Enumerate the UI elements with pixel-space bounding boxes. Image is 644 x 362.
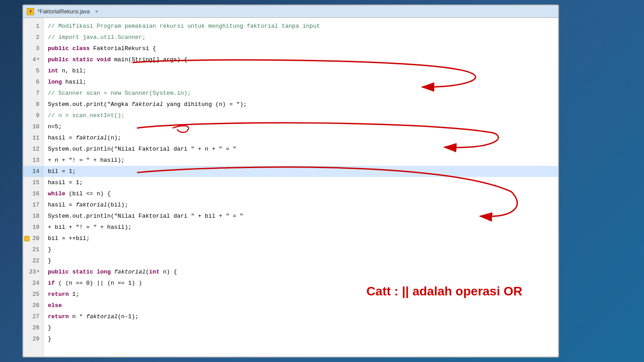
code-line-6: long hasil;	[43, 76, 558, 88]
code-line-19: + bil + "! = " + hasil);	[43, 222, 558, 233]
code-area: 1234▼567891011121314151617181920212223▼2…	[23, 18, 558, 357]
code-line-13: + n + "! = " + hasil);	[43, 155, 558, 166]
code-line-10: n=5;	[43, 121, 558, 132]
code-line-23: public static long faktorial(int n) {	[43, 266, 558, 278]
line-number-13: 13	[23, 155, 43, 166]
file-icon: J	[27, 8, 34, 15]
line-number-2: 2	[23, 32, 43, 43]
line-number-5: 5	[23, 65, 43, 76]
line-number-23: 23▼	[23, 266, 43, 278]
code-line-28: }	[43, 322, 558, 333]
code-line-24: if ( (n == 0) || (n == 1) )	[43, 278, 558, 289]
line-number-25: 25	[23, 289, 43, 300]
code-line-5: int n, bil;	[43, 65, 558, 76]
code-line-16: while (bil <= n) {	[43, 188, 558, 199]
code-line-26: else	[43, 300, 558, 311]
line-number-15: 15	[23, 177, 43, 188]
line-number-3: 3	[23, 43, 43, 54]
close-button[interactable]: ✕	[95, 8, 98, 14]
line-number-6: 6	[23, 76, 43, 88]
code-line-15: hasil = 1;	[43, 177, 558, 188]
line-number-22: 22	[23, 255, 43, 266]
code-content: // Modifikasi Program pemakaian rekursi …	[43, 18, 558, 357]
line-number-26: 26	[23, 300, 43, 311]
code-line-22: }	[43, 255, 558, 266]
line-number-4: 4▼	[23, 54, 43, 65]
line-number-12: 12	[23, 143, 43, 155]
code-line-25: return 1;	[43, 289, 558, 300]
code-line-4: public static void main(String[] args) {	[43, 54, 558, 65]
code-line-27: return n * faktorial(n-1);	[43, 311, 558, 322]
line-number-29: 29	[23, 333, 43, 345]
code-line-18: System.out.println("Nilai Faktorial dari…	[43, 210, 558, 222]
line-numbers: 1234▼567891011121314151617181920212223▼2…	[23, 18, 43, 357]
code-line-20: bil = ++bil;	[43, 233, 558, 244]
line-number-14: 14	[23, 166, 43, 177]
code-line-17: hasil = faktorial(bil);	[43, 199, 558, 210]
line-number-24: 24	[23, 278, 43, 289]
line-number-11: 11	[23, 132, 43, 143]
line-number-16: 16	[23, 188, 43, 199]
code-line-7: // Scanner scan = new Scanner(System.in)…	[43, 88, 558, 99]
code-line-9: // n = scan.nextInt();	[43, 110, 558, 121]
line-number-27: 27	[23, 311, 43, 322]
line-number-20: 20	[23, 233, 43, 244]
title-bar: J *FaktorialRekursi.java ✕	[23, 5, 558, 18]
line-number-17: 17	[23, 199, 43, 210]
editor-window: J *FaktorialRekursi.java ✕ 1234▼56789101…	[22, 4, 559, 358]
code-line-1: // Modifikasi Program pemakaian rekursi …	[43, 21, 558, 32]
code-line-3: public class FaktorialRekursi {	[43, 43, 558, 54]
line-number-9: 9	[23, 110, 43, 121]
line-number-28: 28	[23, 322, 43, 333]
tab-label[interactable]: *FaktorialRekursi.java	[38, 8, 90, 15]
line-number-10: 10	[23, 121, 43, 132]
line-number-7: 7	[23, 88, 43, 99]
code-line-2: // import java.util.Scanner;	[43, 32, 558, 43]
line-number-18: 18	[23, 210, 43, 222]
line-number-8: 8	[23, 99, 43, 110]
code-line-29: }	[43, 333, 558, 345]
line-number-19: 19	[23, 222, 43, 233]
code-line-12: System.out.println("Nilai Faktorial dari…	[43, 143, 558, 155]
line-number-1: 1	[23, 21, 43, 32]
code-line-11: hasil = faktorial(n);	[43, 132, 558, 143]
code-line-21: }	[43, 244, 558, 255]
line-number-21: 21	[23, 244, 43, 255]
code-line-14: bil = 1;	[43, 166, 558, 177]
code-line-8: System.out.print("Angka faktorial yang d…	[43, 99, 558, 110]
